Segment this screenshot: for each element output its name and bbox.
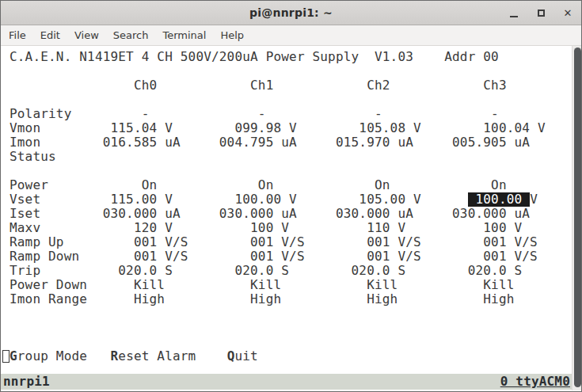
ramp-up-row: Ramp Up 001 V/S 001 V/S 001 V/S 001 V/S: [10, 235, 570, 249]
menu-view[interactable]: View: [67, 26, 106, 44]
blank-line: [10, 164, 570, 178]
terminal-text: C.A.E.N. N1419ET 4 CH 500V/200uA Power S…: [10, 50, 570, 363]
terminal-cursor: [2, 350, 10, 363]
power-down-row: Power Down Kill Kill Kill Kill: [10, 278, 570, 292]
status-bar: nnrpi1 0 ttyACM0: [1, 374, 581, 390]
group-mode-command[interactable]: G: [10, 349, 17, 363]
blank-line: [10, 306, 570, 321]
scrollbar-track[interactable]: [572, 46, 581, 390]
trip-row: Trip 020.0 S 020.0 S 020.0 S 020.0 S: [10, 264, 570, 278]
menu-terminal[interactable]: Terminal: [155, 26, 213, 44]
minimize-button[interactable]: [504, 3, 524, 24]
power-row: Power On On On On: [10, 178, 570, 192]
command-menu-line: Group Mode Reset Alarm Quit: [10, 349, 570, 363]
reset-alarm-command[interactable]: R: [111, 349, 119, 363]
menubar: File Edit View Search Terminal Help: [1, 25, 581, 46]
imon-range-row: Imon Range High High High High: [10, 292, 570, 306]
quit-command[interactable]: Q: [227, 349, 235, 363]
ramp-down-row: Ramp Down 001 V/S 001 V/S 001 V/S 001 V/…: [10, 249, 570, 264]
menu-search[interactable]: Search: [106, 26, 156, 44]
quit-label[interactable]: uit: [234, 349, 257, 363]
polarity-row: Polarity - - - -: [10, 107, 570, 121]
vset-row-text: Vset 115.00 V 100.00 V 105.00 V: [10, 192, 468, 207]
vset-row: Vset 115.00 V 100.00 V 105.00 V 100.00 V: [10, 192, 570, 207]
minimize-icon: [510, 16, 518, 17]
blank-line: [10, 321, 570, 335]
device-header-line: C.A.E.N. N1419ET 4 CH 500V/200uA Power S…: [10, 50, 570, 64]
menu-file[interactable]: File: [2, 26, 33, 44]
imon-row: Imon 016.585 uA 004.795 uA 015.970 uA 00…: [10, 135, 570, 150]
maxv-row: Maxv 120 V 100 V 110 V 100 V: [10, 221, 570, 235]
vset-ch3-unit: V: [530, 192, 570, 207]
status-hostname: nnrpi1: [3, 375, 50, 389]
reset-alarm-label[interactable]: eset Alarm: [118, 349, 226, 363]
vmon-row: Vmon 115.04 V 099.98 V 105.08 V 100.04 V: [10, 121, 570, 135]
blank-line: [10, 64, 570, 78]
terminal-screen[interactable]: C.A.E.N. N1419ET 4 CH 500V/200uA Power S…: [1, 46, 581, 391]
maximize-button[interactable]: [531, 3, 551, 24]
iset-row: Iset 030.000 uA 030.000 uA 030.000 uA 03…: [10, 207, 570, 221]
status-tty: 0 ttyACM0: [500, 375, 570, 389]
scrollbar-thumb[interactable]: [574, 48, 581, 387]
vset-ch3-selected-cell[interactable]: 100.00: [468, 192, 530, 207]
window-title: pi@nnrpi1: ~: [249, 6, 333, 19]
close-button[interactable]: ✕: [557, 3, 578, 24]
channel-header-line: Ch0 Ch1 Ch2 Ch3: [10, 78, 570, 93]
menu-help[interactable]: Help: [213, 26, 251, 44]
blank-line: [10, 335, 570, 349]
titlebar[interactable]: pi@nnrpi1: ~ ✕: [1, 1, 581, 25]
window-controls: ✕: [497, 1, 578, 25]
blank-line: [10, 93, 570, 107]
status-row: Status: [10, 150, 570, 164]
group-mode-label[interactable]: roup Mode: [17, 349, 111, 363]
terminal-window: pi@nnrpi1: ~ ✕ File Edit View Search Ter…: [0, 0, 582, 392]
close-icon: ✕: [564, 8, 572, 18]
maximize-icon: [538, 10, 545, 17]
menu-edit[interactable]: Edit: [33, 26, 67, 44]
